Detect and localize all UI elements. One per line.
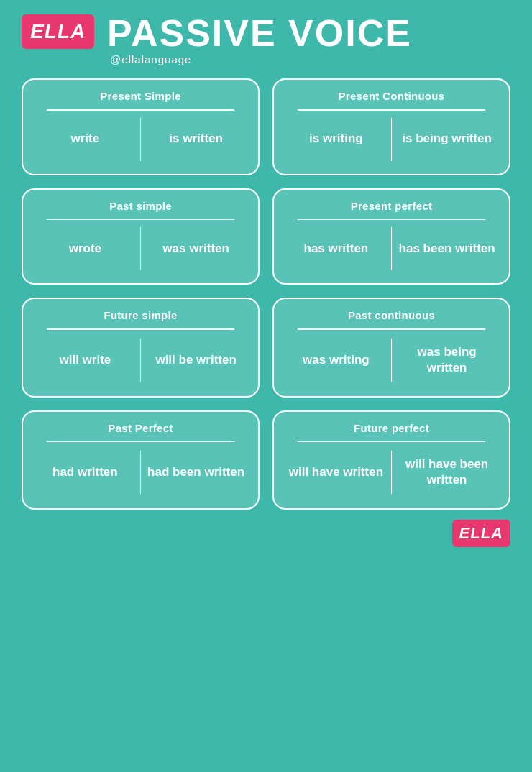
card-active-text-present-continuous: is writing	[309, 131, 363, 147]
card-title-present-simple: Present Simple	[100, 90, 181, 102]
card-passive-past-perfect: had been written	[141, 457, 251, 487]
card-passive-future-perfect: will have been written	[392, 449, 502, 495]
card-active-text-present-perfect: has written	[304, 241, 369, 257]
card-active-past-perfect: had written	[30, 457, 140, 487]
card-passive-text-present-continuous: is being written	[402, 131, 492, 147]
card-row-present-continuous: is writingis being written	[281, 118, 502, 161]
card-passive-text-past-simple: was written	[162, 241, 229, 257]
card-present-perfect: Present perfecthas writtenhas been writt…	[272, 188, 510, 285]
card-divider-h-future-simple	[47, 328, 234, 330]
card-divider-h-past-continuous	[298, 328, 485, 330]
card-divider-h-past-simple	[47, 219, 234, 221]
footer: ELLA	[22, 520, 510, 547]
header: ELLA PASSIVE VOICE @ellalanguage	[22, 14, 510, 65]
card-row-future-perfect: will have writtenwill have been written	[281, 449, 502, 495]
card-row-present-perfect: has writtenhas been written	[281, 227, 502, 270]
card-active-past-continuous: was writing	[281, 345, 391, 375]
card-divider-h-present-simple	[47, 109, 234, 111]
card-future-perfect: Future perfectwill have writtenwill have…	[272, 410, 510, 510]
card-row-present-simple: writeis written	[30, 118, 251, 161]
cards-grid: Present Simplewriteis writtenPresent Con…	[22, 78, 510, 510]
card-active-past-simple: wrote	[30, 234, 140, 264]
card-active-present-simple: write	[30, 124, 140, 154]
card-passive-text-future-simple: will be written	[155, 352, 236, 368]
card-row-future-simple: will writewill be written	[30, 337, 251, 383]
card-active-text-future-simple: will write	[59, 352, 111, 368]
card-passive-text-past-continuous: was being written	[396, 344, 497, 376]
card-passive-past-simple: was written	[141, 234, 251, 264]
card-row-past-continuous: was writingwas being written	[281, 337, 502, 383]
card-active-present-perfect: has written	[281, 234, 391, 264]
card-active-text-past-perfect: had written	[52, 464, 118, 480]
card-present-simple: Present Simplewriteis written	[22, 78, 260, 175]
card-passive-present-simple: is written	[141, 124, 251, 154]
logo: ELLA	[22, 14, 94, 49]
footer-logo: ELLA	[452, 520, 510, 547]
card-past-simple: Past simplewrotewas written	[22, 188, 260, 285]
card-row-past-perfect: had writtenhad been written	[30, 449, 251, 495]
card-title-past-continuous: Past continuous	[348, 309, 435, 321]
card-divider-h-past-perfect	[47, 441, 234, 443]
card-active-future-simple: will write	[30, 345, 140, 375]
card-passive-future-simple: will be written	[141, 345, 251, 375]
card-title-present-perfect: Present perfect	[351, 200, 433, 212]
card-passive-past-continuous: was being written	[392, 337, 502, 383]
card-past-perfect: Past Perfecthad writtenhad been written	[22, 410, 260, 510]
card-divider-h-future-perfect	[298, 441, 485, 443]
card-passive-text-future-perfect: will have been written	[396, 456, 497, 488]
card-passive-present-continuous: is being written	[392, 124, 502, 154]
card-active-text-past-continuous: was writing	[303, 352, 370, 368]
card-title-future-simple: Future simple	[104, 309, 177, 321]
card-active-text-present-simple: write	[71, 131, 100, 147]
card-active-text-past-simple: wrote	[69, 241, 101, 257]
card-row-past-simple: wrotewas written	[30, 227, 251, 270]
card-title-future-perfect: Future perfect	[354, 422, 429, 434]
card-title-past-perfect: Past Perfect	[108, 422, 173, 434]
card-active-present-continuous: is writing	[281, 124, 391, 154]
card-active-text-future-perfect: will have written	[289, 464, 383, 480]
card-passive-text-present-perfect: has been written	[399, 241, 495, 257]
card-active-future-perfect: will have written	[281, 457, 391, 487]
card-divider-h-present-continuous	[298, 109, 485, 111]
card-future-simple: Future simplewill writewill be written	[22, 298, 260, 398]
card-past-continuous: Past continuouswas writingwas being writ…	[272, 298, 510, 398]
card-passive-text-past-perfect: had been written	[147, 464, 244, 480]
card-title-present-continuous: Present Continuous	[339, 90, 445, 102]
card-passive-present-perfect: has been written	[392, 234, 502, 264]
main-title: PASSIVE VOICE	[107, 14, 412, 52]
card-passive-text-present-simple: is written	[169, 131, 223, 147]
card-divider-h-present-perfect	[298, 219, 485, 221]
card-present-continuous: Present Continuousis writingis being wri…	[272, 78, 510, 175]
card-title-past-simple: Past simple	[109, 200, 172, 212]
title-block: PASSIVE VOICE @ellalanguage	[107, 14, 412, 65]
subtitle: @ellalanguage	[110, 53, 191, 65]
